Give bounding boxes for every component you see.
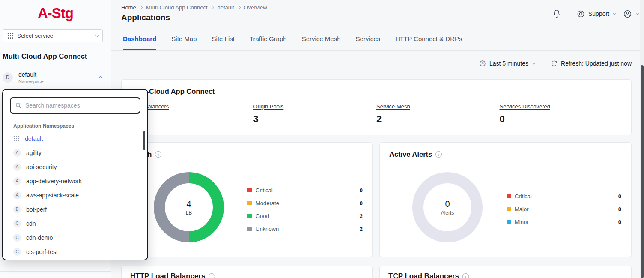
namespace-avatar: D (3, 72, 13, 83)
tcp-load-balancers-title[interactable]: TCP Load Balancers (388, 272, 459, 278)
breadcrumb-item[interactable]: Multi-Cloud App Connect (146, 4, 208, 11)
health-legend: Critical 0 Moderate 0 Good 2 Unknown 2 (247, 184, 363, 235)
namespace-item-label: cdn (26, 220, 36, 227)
notifications-bell-icon[interactable] (552, 9, 561, 18)
main-header: Home Multi-Cloud App Connect default Ove… (111, 0, 644, 28)
donut-center-label: LB (186, 210, 192, 216)
legend-swatch (247, 214, 252, 218)
letter-avatar: C (13, 220, 21, 227)
info-icon[interactable] (209, 273, 215, 278)
legend-swatch (247, 201, 252, 205)
stat-load-balancers: Load Balancers (130, 102, 253, 125)
legend-row-good: Good 2 (247, 209, 363, 222)
stat-value: 0 (500, 114, 623, 125)
namespace-item-label: agility (26, 149, 42, 156)
namespace-item-label: bot-perf (26, 206, 47, 213)
chevron-down-icon (613, 11, 616, 15)
stat-label-link[interactable]: Origin Pools (253, 103, 284, 110)
letter-avatar: A (13, 177, 21, 185)
breadcrumb-separator-icon (140, 6, 143, 9)
namespace-item-label: cdn-demo (26, 234, 53, 241)
legend-value: 0 (360, 200, 363, 206)
namespace-item-aws-appstack-scale[interactable]: A aws-appstack-scale (3, 188, 147, 202)
legend-row-critical: Critical 0 (247, 184, 363, 197)
tab-site-map[interactable]: Site Map (171, 28, 197, 50)
sidebar-section-title: Multi-Cloud App Connect (3, 52, 87, 60)
namespace-item-app-delivery-network[interactable]: A app-delivery-network (3, 174, 147, 188)
info-icon[interactable] (155, 151, 161, 158)
grid-icon (13, 135, 20, 142)
namespace-item-default[interactable]: default (3, 132, 147, 146)
namespace-search (10, 97, 140, 114)
stat-value: 2 (376, 114, 500, 125)
clock-icon (479, 60, 486, 67)
stat-origin-pools: Origin Pools 3 (253, 102, 377, 125)
legend-value: 0 (618, 193, 621, 200)
breadcrumb-home[interactable]: Home (121, 4, 136, 11)
tab-services[interactable]: Services (356, 28, 381, 50)
legend-label: Critical (515, 193, 532, 200)
page-scrollbar-thumb[interactable] (641, 65, 644, 278)
chevron-up-icon (99, 76, 102, 79)
summary-card: Multi-Cloud App Connect Load Balancers O… (121, 79, 632, 135)
info-icon[interactable] (435, 151, 442, 158)
letter-avatar: A (13, 149, 21, 157)
header-actions: Support (552, 6, 638, 21)
time-range-label: Last 5 minutes (489, 60, 528, 67)
breadcrumb-item[interactable]: default (218, 4, 234, 11)
tab-dashboard[interactable]: Dashboard (123, 28, 156, 50)
namespace-item-label: cts-perf-test (26, 248, 58, 255)
letter-avatar: C (13, 248, 21, 256)
legend-row-unknown: Unknown 2 (247, 222, 363, 235)
stat-value: 3 (253, 114, 377, 125)
stat-label-link[interactable]: Services Discovered (500, 103, 551, 110)
refresh-status-label: Refresh: Updated just now (561, 60, 632, 67)
time-range-selector[interactable]: Last 5 minutes (479, 60, 534, 67)
tab-service-mesh[interactable]: Service Mesh (302, 28, 341, 50)
namespace-item-agility[interactable]: A agility (3, 146, 147, 160)
alerts-donut-chart: 0 Alerts (412, 172, 483, 242)
tab-site-list[interactable]: Site List (212, 28, 235, 50)
donut-center-value: 4 (186, 199, 191, 209)
donut-center-label: Alerts (441, 210, 454, 216)
letter-avatar: A (13, 191, 21, 199)
info-icon[interactable] (462, 273, 469, 278)
grid-icon (7, 33, 14, 39)
refresh-icon (551, 60, 558, 67)
stat-service-mesh: Service Mesh 2 (376, 102, 500, 125)
legend-value: 2 (360, 226, 363, 232)
tab-http-connect-drps[interactable]: HTTP Connect & DRPs (395, 28, 462, 50)
service-selector[interactable]: Select service (3, 29, 103, 42)
letter-avatar: B (13, 206, 21, 213)
namespace-item-bot-perf[interactable]: B bot-perf (3, 202, 147, 216)
http-load-balancers-title[interactable]: HTTP Load Balancers (130, 272, 205, 278)
sidebar-divider (0, 271, 111, 272)
legend-label: Minor (515, 219, 529, 225)
tab-traffic-graph[interactable]: Traffic Graph (250, 28, 287, 50)
namespace-item-api-security[interactable]: A api-security (3, 160, 147, 174)
namespace-item-cdn-demo[interactable]: C cdn-demo (3, 230, 147, 245)
legend-value: 2 (360, 213, 363, 219)
namespace-selector[interactable]: D default Namespace (3, 70, 106, 85)
stat-label-link[interactable]: Service Mesh (376, 103, 410, 110)
donut-center-value: 0 (445, 199, 450, 209)
namespace-search-input[interactable] (25, 102, 135, 109)
legend-value: 0 (618, 206, 621, 212)
breadcrumb: Home Multi-Cloud App Connect default Ove… (121, 4, 267, 11)
account-menu[interactable] (623, 9, 638, 18)
tcp-load-balancers-card: TCP Load Balancers (379, 266, 632, 278)
legend-value: 0 (618, 219, 621, 225)
namespace-item-cts-perf-test[interactable]: C cts-perf-test (3, 245, 147, 259)
support-menu[interactable]: Support (577, 10, 615, 18)
namespace-item-cdn[interactable]: C cdn (3, 216, 147, 230)
alerts-legend: Critical 0 Major 0 Minor 0 (507, 190, 621, 228)
namespace-group-label: Application Namespaces (13, 123, 137, 129)
chevron-down-icon (635, 11, 639, 15)
active-alerts-card-title[interactable]: Active Alerts (389, 150, 432, 158)
dropdown-scrollbar[interactable] (143, 131, 145, 150)
tabs-bar: Dashboard Site Map Site List Traffic Gra… (111, 28, 644, 51)
refresh-control[interactable]: Refresh: Updated just now (551, 60, 632, 67)
legend-swatch (507, 207, 511, 211)
health-donut-chart: 4 LB (154, 172, 224, 242)
service-selector-label: Select service (17, 33, 53, 39)
